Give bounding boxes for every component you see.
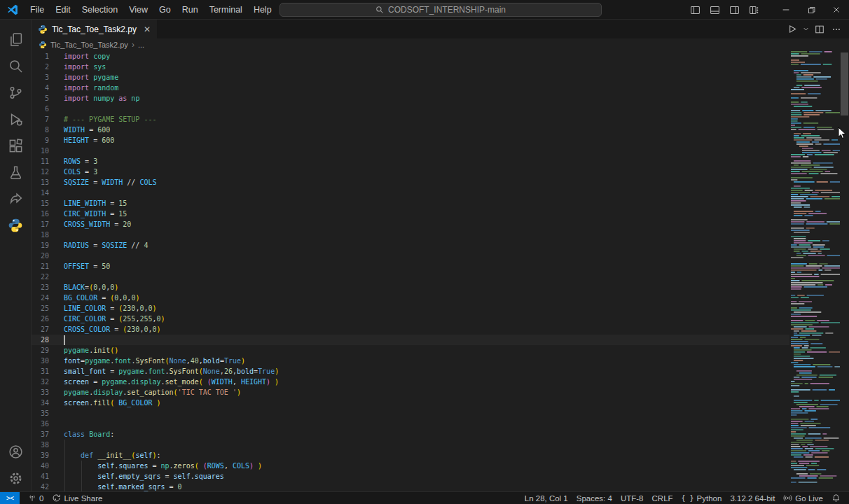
close-window-button[interactable] <box>824 0 849 20</box>
menu-selection[interactable]: Selection <box>76 0 123 20</box>
activity-account[interactable] <box>0 438 32 465</box>
code-line[interactable]: 2import sys <box>32 62 789 72</box>
split-editor-button[interactable] <box>813 22 827 37</box>
status-go-live[interactable]: Go Live <box>779 493 827 503</box>
code-line[interactable]: 42 self.marked_sqrs = 0 <box>32 482 789 491</box>
line-number: 27 <box>32 324 49 335</box>
command-center-search[interactable]: CODSOFT_INTERNSHIP-main <box>279 3 602 17</box>
code-line[interactable]: 21OFFSET = 50 <box>32 261 789 272</box>
remote-indicator[interactable]: >< <box>0 492 20 504</box>
close-tab-icon[interactable]: ✕ <box>144 24 151 34</box>
code-text: small_font = pygame.font.SysFont(None,26… <box>64 366 279 377</box>
more-actions-button[interactable] <box>829 22 843 37</box>
code-line[interactable]: 19RADIUS = SQSIZE // 4 <box>32 240 789 251</box>
code-line[interactable]: 7# --- PYGAME SETUP --- <box>32 114 789 125</box>
code-line[interactable]: 23BLACK=(0,0,0) <box>32 282 789 293</box>
code-line[interactable]: 26CIRC_COLOR = (255,255,0) <box>32 314 789 324</box>
code-line[interactable]: 5import numpy as np <box>32 93 789 104</box>
run-python-file-button[interactable] <box>785 22 799 37</box>
status-notifications[interactable] <box>827 493 845 503</box>
code-line[interactable]: 37class Board: <box>32 429 789 440</box>
code-line[interactable]: 33pygame.display.set_caption('TIC TAC TO… <box>32 387 789 398</box>
code-line[interactable]: 13SQSIZE = WIDTH // COLS <box>32 177 789 188</box>
code-line[interactable]: 40 self.squares = np.zeros( (ROWS, COLS)… <box>32 461 789 471</box>
breadcrumb[interactable]: Tic_Tac_Toe_Task2.py › ... <box>32 38 849 51</box>
customize-layout-button[interactable] <box>744 0 764 20</box>
code-line[interactable]: 39 def __init__(self): <box>32 450 789 461</box>
minimize-button[interactable] <box>773 0 799 20</box>
tab-tic-tac-toe-task2[interactable]: Tic_Tac_Toe_Task2.py ✕ <box>32 20 158 38</box>
code-line[interactable]: 34screen.fill( BG_COLOR ) <box>32 398 789 408</box>
code-line[interactable]: 3import pygame <box>32 72 789 83</box>
code-line[interactable]: 35 <box>32 408 789 419</box>
code-editor[interactable]: 1import copy2import sys3import pygame4im… <box>32 51 849 491</box>
status-live-share[interactable]: Live Share <box>48 493 106 503</box>
code-line[interactable]: 8WIDTH = 600 <box>32 125 789 135</box>
run-dropdown-chevron-icon[interactable] <box>801 22 810 37</box>
code-line[interactable]: 14 <box>32 188 789 198</box>
menu-go[interactable]: Go <box>153 0 177 20</box>
status-encoding[interactable]: UTF-8 <box>616 494 648 503</box>
code-line[interactable]: 38 <box>32 440 789 450</box>
code-line[interactable]: 27CROSS_COLOR = (230,0,0) <box>32 324 789 335</box>
breadcrumb-section[interactable]: ... <box>138 41 144 49</box>
code-line[interactable]: 11ROWS = 3 <box>32 156 789 167</box>
status-cursor-position[interactable]: Ln 28, Col 1 <box>520 494 572 503</box>
vertical-scrollbar[interactable] <box>840 51 849 491</box>
status-live-share-participants[interactable]: 0 <box>24 494 48 503</box>
activity-bar <box>0 20 32 491</box>
status-interpreter[interactable]: 3.12.2 64-bit <box>726 494 779 503</box>
code-line[interactable]: 22 <box>32 272 789 282</box>
code-line[interactable]: 10 <box>32 146 789 156</box>
code-line[interactable]: 28 <box>32 335 789 345</box>
code-line[interactable]: 9HEIGHT = 600 <box>32 135 789 146</box>
code-line[interactable]: 15LINE_WIDTH = 15 <box>32 198 789 209</box>
menu-view[interactable]: View <box>123 0 153 20</box>
code-line[interactable]: 18 <box>32 230 789 240</box>
activity-explorer[interactable] <box>0 26 32 52</box>
status-language[interactable]: { }Python <box>677 494 726 503</box>
live-share-icon <box>52 493 61 503</box>
status-eol[interactable]: CRLF <box>648 494 677 503</box>
breadcrumb-file[interactable]: Tic_Tac_Toe_Task2.py <box>50 41 128 49</box>
code-line[interactable]: 20 <box>32 251 789 261</box>
code-line[interactable]: 29pygame.init() <box>32 345 789 356</box>
activity-python[interactable] <box>0 212 32 239</box>
tab-bar: Tic_Tac_Toe_Task2.py ✕ <box>32 20 849 38</box>
menu-terminal[interactable]: Terminal <box>204 0 248 20</box>
minimap[interactable] <box>789 51 840 491</box>
toggle-primary-sidebar-button[interactable] <box>685 0 705 20</box>
code-line[interactable]: 32screen = pygame.display.set_mode( (WID… <box>32 377 789 387</box>
line-number: 24 <box>32 293 49 303</box>
menu-run[interactable]: Run <box>177 0 204 20</box>
scrollbar-thumb[interactable] <box>841 52 848 115</box>
search-icon <box>8 59 23 74</box>
activity-extensions[interactable] <box>0 132 32 159</box>
activity-source-control[interactable] <box>0 79 32 106</box>
code-line[interactable]: 41 self.empty_sqrs = self.squares <box>32 471 789 482</box>
menu-edit[interactable]: Edit <box>50 0 76 20</box>
code-line[interactable]: 31small_font = pygame.font.SysFont(None,… <box>32 366 789 377</box>
activity-run-debug[interactable] <box>0 106 32 132</box>
code-line[interactable]: 36 <box>32 419 789 429</box>
activity-live-share[interactable] <box>0 186 32 212</box>
toggle-panel-button[interactable] <box>705 0 724 20</box>
restore-button[interactable] <box>799 0 824 20</box>
code-line[interactable]: 30font=pygame.font.SysFont(None,40,bold=… <box>32 356 789 366</box>
code-line[interactable]: 25LINE_COLOR = (230,0,0) <box>32 303 789 314</box>
code-line[interactable]: 24BG_COLOR = (0,0,0) <box>32 293 789 303</box>
activity-search[interactable] <box>0 52 32 79</box>
code-line[interactable]: 6 <box>32 104 789 114</box>
code-line[interactable]: 16CIRC_WIDTH = 15 <box>32 209 789 219</box>
code-line[interactable]: 12COLS = 3 <box>32 167 789 177</box>
code-line[interactable]: 17CROSS_WIDTH = 20 <box>32 219 789 230</box>
code-line[interactable]: 1import copy <box>32 51 789 62</box>
code-text: pygame.display.set_caption('TIC TAC TOE … <box>64 387 241 398</box>
activity-testing[interactable] <box>0 159 32 186</box>
menu-help[interactable]: Help <box>248 0 277 20</box>
toggle-secondary-sidebar-button[interactable] <box>724 0 744 20</box>
status-indentation[interactable]: Spaces: 4 <box>572 494 616 503</box>
activity-settings[interactable] <box>0 465 32 491</box>
menu-file[interactable]: File <box>25 0 50 20</box>
code-line[interactable]: 4import random <box>32 83 789 93</box>
